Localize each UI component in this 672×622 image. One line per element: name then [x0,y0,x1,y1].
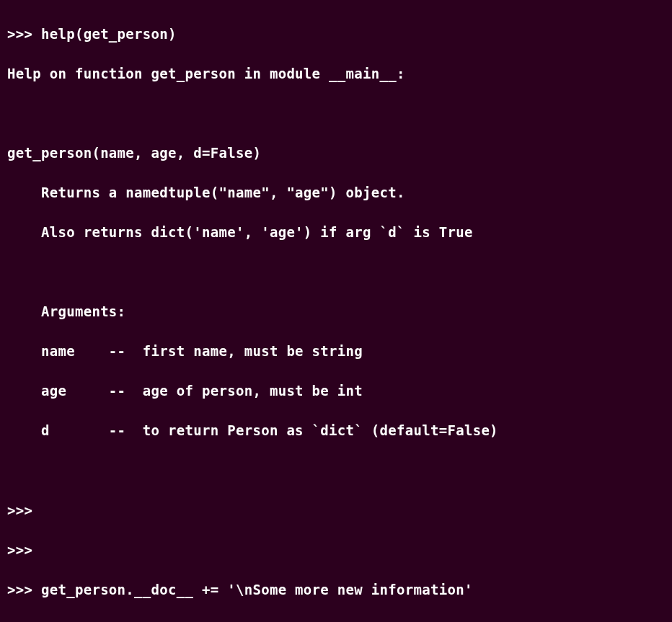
terminal-line [7,262,665,283]
terminal-line: >>> [7,501,665,521]
terminal-line: Arguments: [7,302,665,322]
terminal-line: Help on function get_person in module __… [7,64,665,84]
terminal-output[interactable]: >>> help(get_person) Help on function ge… [7,4,665,622]
terminal-line: d -- to return Person as `dict` (default… [7,421,665,441]
terminal-line: Returns a namedtuple("name", "age") obje… [7,183,665,203]
terminal-line: >>> get_person.__doc__ += '\nSome more n… [7,580,665,600]
terminal-line [7,461,665,481]
terminal-line: age -- age of person, must be int [7,381,665,401]
terminal-line: name -- first name, must be string [7,342,665,362]
terminal-line [7,104,665,124]
terminal-line: get_person(name, age, d=False) [7,143,665,164]
terminal-line: >>> help(get_person) [7,25,665,45]
terminal-line: Also returns dict('name', 'age') if arg … [7,223,665,243]
terminal-line: >>> [7,541,665,561]
